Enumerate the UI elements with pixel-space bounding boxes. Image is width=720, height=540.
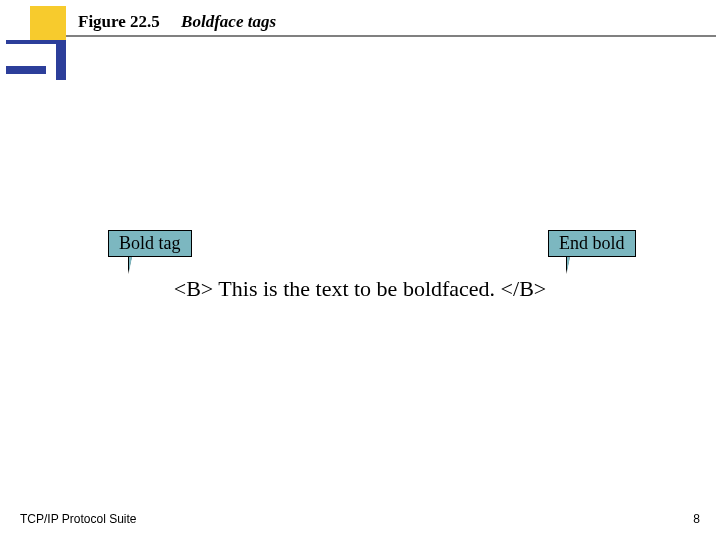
example-code-line: <B> This is the text to be boldfaced. </… [0,276,720,302]
header-rule [66,35,716,37]
callout-end-bold: End bold [548,230,636,257]
decor-yellow-square [30,6,66,42]
diagram-area: Bold tag End bold <B> This is the text t… [0,230,720,350]
slide-footer: TCP/IP Protocol Suite 8 [20,512,700,526]
figure-name: Boldface tags [181,12,276,31]
callout-bold-tag: Bold tag [108,230,192,257]
figure-number: Figure 22.5 [78,12,160,31]
footer-source: TCP/IP Protocol Suite [20,512,137,526]
callout-pointer-right [566,256,580,274]
callout-pointer-left [128,256,142,274]
decor-blue-vert [56,42,66,80]
figure-title: Figure 22.5 Boldface tags [78,12,276,32]
page-number: 8 [693,512,700,526]
decor-blue-bar-lower [6,66,46,74]
